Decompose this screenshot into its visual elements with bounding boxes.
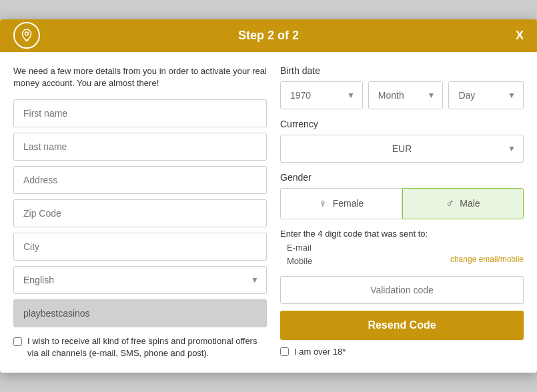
mobile-option: Mobile [287,256,312,266]
email-option: E-mail [287,243,312,253]
day-select-wrapper: Day 1 2 3 ▼ [448,81,524,109]
male-icon: ♂ [446,197,455,211]
username-input[interactable] [13,299,267,327]
language-select[interactable]: English Deutsch Français Español [13,266,267,294]
male-label: Male [460,198,480,209]
age-checkbox[interactable] [280,347,289,356]
modal-title: Step 2 of 2 [238,29,299,43]
verification-section: Enter the 4 digit code that was sent to:… [280,229,524,269]
logo [13,22,40,49]
modal-container: Step 2 of 2 X We need a few more details… [0,19,537,373]
language-select-wrapper: English Deutsch Français Español ▼ [13,266,267,294]
female-icon: ♀ [318,197,328,211]
month-select[interactable]: Month January February March [368,81,444,109]
year-select-wrapper: 1970 1971 1969 1985 ▼ [280,81,363,109]
month-select-wrapper: Month January February March ▼ [368,81,444,109]
age-checkbox-row: I am over 18* [280,347,524,357]
verification-title: Enter the 4 digit code that was sent to: [280,229,524,239]
day-select[interactable]: Day 1 2 3 [448,81,524,109]
address-input[interactable] [13,166,267,194]
close-button[interactable]: X [516,29,524,43]
female-label: Female [333,198,364,209]
male-gender-button[interactable]: ♂ Male [402,188,524,219]
promo-checkbox-label: I wish to receive all kind of free spins… [27,335,267,359]
modal-header: Step 2 of 2 X [0,19,537,52]
year-select[interactable]: 1970 1971 1969 1985 [280,81,363,109]
change-email-link[interactable]: change email/mobile [450,255,524,264]
birth-date-label: Birth date [280,65,524,76]
svg-point-0 [25,32,29,35]
city-input[interactable] [13,233,267,261]
info-text: We need a few more details from you in o… [13,65,267,89]
logo-icon [13,22,40,49]
mobile-option-row: Mobile change email/mobile [287,255,524,269]
zip-input[interactable] [13,199,267,227]
promo-checkbox[interactable] [13,337,22,346]
female-gender-button[interactable]: ♀ Female [280,188,402,219]
currency-select-wrapper: EUR USD GBP ▼ [280,135,524,163]
resend-code-button[interactable]: Resend Code [280,311,524,340]
currency-select[interactable]: EUR USD GBP [280,135,524,163]
email-option-row: E-mail [287,243,524,255]
first-name-input[interactable] [13,99,267,127]
left-column: We need a few more details from you in o… [13,65,267,360]
validation-code-input[interactable] [280,276,524,304]
verification-options: E-mail Mobile change email/mobile [280,243,524,269]
modal-body: We need a few more details from you in o… [0,52,537,373]
gender-label: Gender [280,172,524,183]
age-checkbox-label: I am over 18* [294,347,346,357]
birth-date-row: 1970 1971 1969 1985 ▼ Month January Febr… [280,81,524,109]
gender-row: ♀ Female ♂ Male [280,188,524,219]
promo-checkbox-row: I wish to receive all kind of free spins… [13,335,267,359]
currency-label: Currency [280,119,524,129]
last-name-input[interactable] [13,133,267,161]
right-column: Birth date 1970 1971 1969 1985 ▼ Month J… [280,65,524,360]
